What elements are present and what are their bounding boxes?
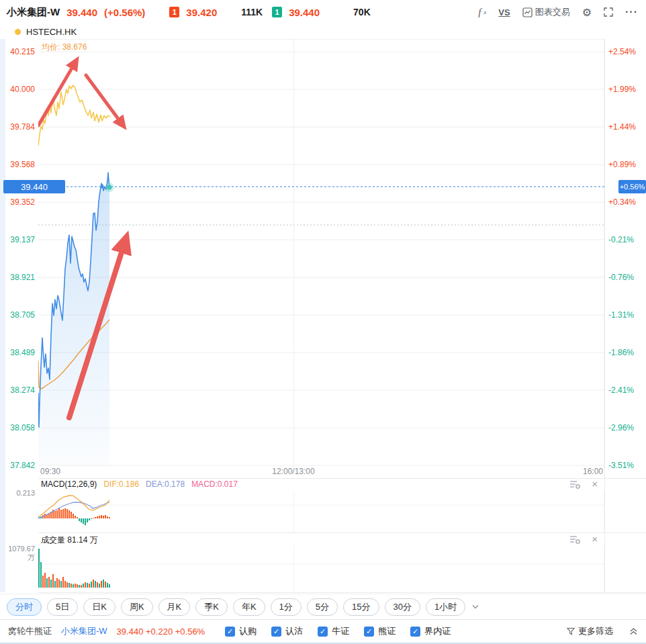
warrant-bar-title: 窝轮牛熊证 xyxy=(8,625,52,637)
percent-tick: +2.54% xyxy=(608,46,636,57)
filter-checkbox-认沽[interactable]: ✓认沽 xyxy=(271,625,303,637)
macd-dif-value: DIF:0.186 xyxy=(103,479,139,489)
macd-hist-bar xyxy=(105,515,106,518)
period-pill-1小时[interactable]: 1小时 xyxy=(426,598,465,616)
checkbox-checked-icon: ✓ xyxy=(271,627,281,637)
price-tick: 40.000 xyxy=(0,84,35,95)
price-tick: 39.568 xyxy=(0,159,35,170)
price-tick: 38.921 xyxy=(0,272,35,283)
price-tick: 39.352 xyxy=(0,197,35,208)
checkbox-checked-icon: ✓ xyxy=(410,627,420,637)
period-pill-5分[interactable]: 5分 xyxy=(307,598,338,616)
volume-bar xyxy=(79,585,80,588)
overlay-index-name[interactable]: HSTECH.HK xyxy=(26,27,77,37)
volume-bar xyxy=(64,581,66,588)
percent-tick: +1.99% xyxy=(608,84,636,95)
macd-hist-bar xyxy=(66,509,68,518)
period-pill-1分[interactable]: 1分 xyxy=(271,598,302,616)
period-pill-季K[interactable]: 季K xyxy=(195,598,228,616)
last-price-marker xyxy=(107,185,112,190)
period-pill-分时[interactable]: 分时 xyxy=(7,598,42,616)
macd-hist-bar xyxy=(89,518,90,520)
checkbox-checked-icon: ✓ xyxy=(318,627,328,637)
macd-scale-label: 0.213 xyxy=(0,489,35,497)
gear-icon[interactable]: ⚙ xyxy=(582,6,592,19)
bid-price: 39.440 xyxy=(289,7,320,18)
macd-dea-value: DEA:0.178 xyxy=(146,479,185,489)
macd-hist-bar xyxy=(73,514,74,518)
filter-funnel-icon xyxy=(567,627,575,635)
warrant-type-filters: ✓认购✓认沽✓牛证✓熊证✓界内证 xyxy=(225,625,451,637)
intraday-plot[interactable] xyxy=(38,39,604,469)
volume-bar xyxy=(56,578,58,588)
volume-bar xyxy=(68,583,70,588)
volume-close-icon[interactable]: × xyxy=(592,535,598,544)
macd-hist-bar xyxy=(81,518,82,522)
current-price-badge: 39.440 xyxy=(3,180,65,193)
indicator-settings-icon[interactable] xyxy=(569,535,580,544)
macd-hist-bar xyxy=(103,516,104,518)
volume-bar xyxy=(85,582,86,588)
filter-checkbox-熊证[interactable]: ✓熊证 xyxy=(364,625,396,637)
plot-right-border xyxy=(604,39,605,592)
checkbox-checked-icon: ✓ xyxy=(225,627,235,637)
filter-checkbox-界内证[interactable]: ✓界内证 xyxy=(410,625,451,637)
volume-bar xyxy=(60,581,62,588)
volume-bar xyxy=(54,581,56,588)
period-pill-年K[interactable]: 年K xyxy=(233,598,265,616)
compare-vs-button[interactable]: VS xyxy=(498,7,510,17)
volume-bar xyxy=(48,577,50,588)
volume-scale-label: 1079.67 万 xyxy=(0,545,35,563)
volume-bar xyxy=(71,584,72,588)
macd-hist-bar xyxy=(91,518,92,519)
volume-plot[interactable] xyxy=(38,545,604,592)
period-pill-月K[interactable]: 月K xyxy=(158,598,191,616)
period-pill-日K[interactable]: 日K xyxy=(83,598,116,616)
more-menu-icon[interactable]: ··· xyxy=(625,6,638,18)
period-pill-周K[interactable]: 周K xyxy=(121,598,153,616)
x-label-close: 16:00 xyxy=(583,467,603,476)
period-pill-30分[interactable]: 30分 xyxy=(385,598,420,616)
indicator-settings-icon[interactable] xyxy=(569,479,580,489)
collapse-panel-icon[interactable] xyxy=(629,627,638,635)
chart-trade-icon xyxy=(522,7,533,17)
bid-size: 70K xyxy=(353,7,371,17)
period-pills: 分时5日日K周K月K季K年K1分5分15分30分1小时 xyxy=(7,598,465,616)
period-pill-5日[interactable]: 5日 xyxy=(47,598,78,616)
macd-hist-bar xyxy=(99,516,100,518)
macd-close-icon[interactable]: × xyxy=(592,479,598,489)
x-label-noon: 12:00/13:00 xyxy=(272,467,314,476)
ask-level-badge: 1 xyxy=(169,7,179,17)
period-pill-15分[interactable]: 15分 xyxy=(343,598,379,616)
ask-size: 111K xyxy=(241,7,263,17)
volume-bar xyxy=(42,576,44,588)
volume-bar xyxy=(40,562,42,588)
macd-title[interactable]: MACD(12,26,9) xyxy=(41,479,97,489)
percent-tick: -0.21% xyxy=(608,234,634,245)
chart-trade-button[interactable]: 图表交易 xyxy=(522,6,570,18)
more-filters-button[interactable]: 更多筛选 xyxy=(567,625,613,637)
macd-plot[interactable] xyxy=(38,491,604,533)
volume-bar xyxy=(89,584,90,588)
volume-bar xyxy=(97,582,98,588)
macd-hist-bar xyxy=(109,517,110,518)
macd-hist-bar xyxy=(97,516,98,518)
macd-hist-bar xyxy=(107,516,108,518)
main-chart-region[interactable]: 均价: 38.676 40.21540.00039.78439.56839.35… xyxy=(0,39,646,478)
macd-hist-bar xyxy=(56,510,58,518)
macd-hist-bar xyxy=(54,511,56,518)
macd-hist-bar xyxy=(77,517,78,518)
percent-tick: -3.51% xyxy=(608,460,634,471)
indicator-fx-icon[interactable]: fx xyxy=(478,7,486,18)
volume-title[interactable]: 成交量 81.14 万 xyxy=(41,535,98,546)
checkbox-label: 认购 xyxy=(239,625,257,637)
period-more-chevron-icon[interactable] xyxy=(472,604,479,609)
volume-panel-divider xyxy=(38,533,646,533)
warrant-stock-link[interactable]: 小米集团-W xyxy=(61,625,107,637)
filter-checkbox-牛证[interactable]: ✓牛证 xyxy=(318,625,349,637)
percent-tick: -0.76% xyxy=(608,272,634,283)
macd-panel-divider xyxy=(38,478,646,479)
fullscreen-icon[interactable] xyxy=(604,7,613,17)
volume-bar xyxy=(109,584,110,588)
filter-checkbox-认购[interactable]: ✓认购 xyxy=(225,625,257,637)
